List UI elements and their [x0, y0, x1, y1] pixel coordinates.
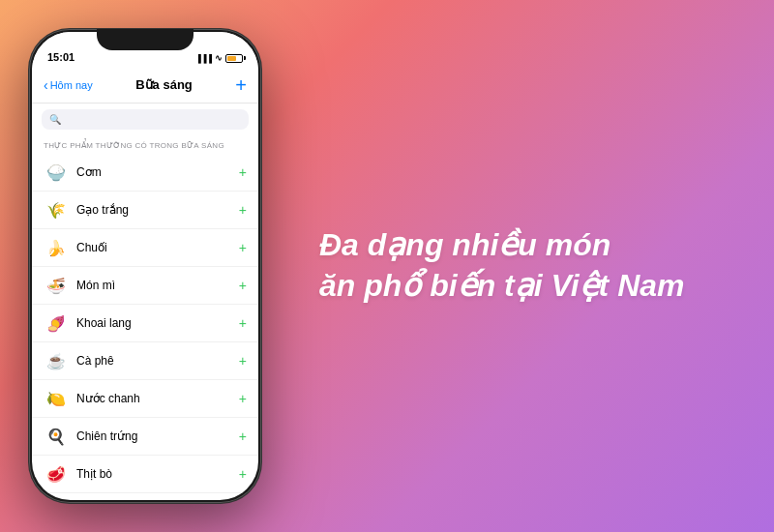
food-emoji: 🍌: [44, 235, 69, 260]
promo-area: Đa dạng nhiều món ăn phổ biến tại Việt N…: [300, 225, 745, 306]
food-name: Cà phê: [76, 354, 239, 368]
nav-bar: ‹ Hôm nay Bữa sáng +: [32, 67, 258, 103]
food-add-button[interactable]: +: [239, 353, 247, 369]
food-name: Gạo trắng: [76, 203, 239, 217]
wifi-icon: ∿: [215, 53, 223, 63]
promo-line1: Đa dạng nhiều món: [319, 227, 610, 262]
food-emoji: 🥩: [44, 461, 69, 487]
food-emoji: 🍚: [44, 160, 69, 185]
battery-icon: [225, 54, 243, 63]
food-list-item[interactable]: 🍠 Khoai lang +: [32, 305, 258, 342]
food-name: Khoai lang: [76, 316, 239, 330]
food-add-button[interactable]: +: [239, 466, 247, 482]
food-name: Chuối: [76, 241, 239, 254]
food-emoji: 🥐: [44, 499, 69, 500]
food-emoji: ☕: [44, 348, 69, 373]
food-name: Chiên trứng: [76, 429, 239, 443]
search-bar[interactable]: 🔍: [42, 109, 249, 130]
food-add-button[interactable]: +: [239, 278, 247, 293]
food-add-button[interactable]: +: [239, 164, 247, 180]
food-emoji: 🌾: [44, 197, 69, 222]
food-add-button[interactable]: +: [239, 315, 247, 331]
food-name: Cơm: [76, 165, 239, 179]
back-button[interactable]: ‹ Hôm nay: [44, 77, 93, 93]
food-list-item[interactable]: 🥩 Thịt bò +: [32, 456, 258, 493]
food-list-item[interactable]: 🥐 Bánh +: [32, 493, 258, 500]
battery-fill: [227, 56, 236, 61]
food-emoji: 🍠: [44, 310, 69, 336]
food-add-button[interactable]: +: [239, 202, 247, 218]
food-add-button[interactable]: +: [239, 391, 247, 406]
food-add-button[interactable]: +: [239, 429, 247, 444]
chevron-left-icon: ‹: [44, 77, 48, 93]
food-name: Món mì: [76, 279, 239, 292]
back-label: Hôm nay: [50, 79, 93, 91]
phone-screen: 15:01 ▐▐▐ ∿ ‹ Hôm nay Bữa sán: [32, 32, 258, 500]
food-name: Nước chanh: [76, 392, 239, 405]
add-button[interactable]: +: [235, 75, 247, 95]
food-name: Thịt bò: [76, 467, 239, 481]
food-add-button[interactable]: +: [239, 240, 247, 255]
notch: [97, 29, 194, 50]
food-list-item[interactable]: 🍋 Nước chanh +: [32, 380, 258, 418]
scene: 15:01 ▐▐▐ ∿ ‹ Hôm nay Bữa sán: [0, 0, 774, 532]
food-list-item[interactable]: 🍌 Chuối +: [32, 229, 258, 267]
food-list-item[interactable]: ☕ Cà phê +: [32, 342, 258, 380]
status-icons: ▐▐▐ ∿: [195, 53, 243, 63]
food-emoji: 🍳: [44, 424, 69, 449]
nav-title: Bữa sáng: [135, 77, 193, 92]
section-header: THỰC PHẨM THƯỜNG CÓ TRONG BỮA SÁNG: [32, 135, 258, 154]
food-list-item[interactable]: 🌾 Gạo trắng +: [32, 192, 258, 229]
phone-wrapper: 15:01 ▐▐▐ ∿ ‹ Hôm nay Bữa sán: [29, 29, 261, 503]
promo-line2: ăn phổ biến tại Việt Nam: [319, 268, 684, 303]
food-emoji: 🍜: [44, 273, 69, 298]
food-list-item[interactable]: 🍚 Cơm +: [32, 154, 258, 192]
food-list-item[interactable]: 🍜 Món mì +: [32, 267, 258, 305]
promo-text: Đa dạng nhiều món ăn phổ biến tại Việt N…: [319, 225, 684, 306]
food-list-item[interactable]: 🍳 Chiên trứng +: [32, 418, 258, 456]
signal-icon: ▐▐▐: [195, 54, 212, 63]
phone-frame: 15:01 ▐▐▐ ∿ ‹ Hôm nay Bữa sán: [29, 29, 261, 503]
food-emoji: 🍋: [44, 386, 69, 411]
food-list: 🍚 Cơm + 🌾 Gạo trắng + 🍌 Chuối + 🍜 Món mì…: [32, 154, 258, 500]
search-icon: 🔍: [49, 114, 61, 125]
status-time: 15:01: [47, 51, 74, 63]
